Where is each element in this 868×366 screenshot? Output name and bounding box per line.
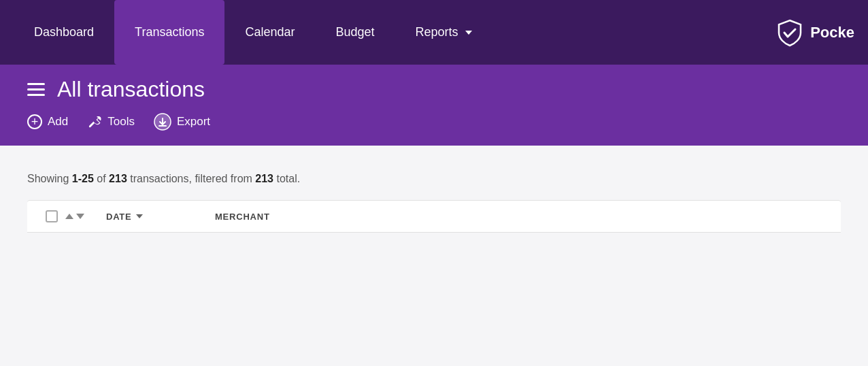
th-date[interactable]: DATE bbox=[106, 212, 215, 222]
date-sort-arrow bbox=[136, 214, 143, 218]
hamburger-line-2 bbox=[27, 88, 45, 90]
nav-items: Dashboard Transactions Calendar Budget R… bbox=[14, 0, 761, 65]
chevron-down-icon bbox=[465, 31, 472, 35]
app-logo: Pocke bbox=[775, 18, 854, 48]
nav-item-transactions[interactable]: Transactions bbox=[114, 0, 224, 65]
add-button[interactable]: + Add bbox=[27, 114, 68, 129]
showing-filtered: 213 bbox=[255, 173, 273, 184]
merchant-label: MERCHANT bbox=[215, 212, 270, 222]
hamburger-icon[interactable] bbox=[27, 83, 45, 96]
logo-area: Pocke bbox=[761, 0, 854, 65]
date-label: DATE bbox=[106, 212, 132, 222]
action-bar: + Add Tools Export bbox=[27, 113, 841, 131]
th-merchant[interactable]: MERCHANT bbox=[215, 212, 830, 222]
header-checkbox[interactable] bbox=[46, 210, 58, 222]
showing-suffix: transactions, filtered from bbox=[127, 173, 256, 184]
logo-svg bbox=[775, 18, 805, 48]
content-area: Showing 1-25 of 213 transactions, filter… bbox=[0, 146, 868, 233]
tools-button[interactable]: Tools bbox=[87, 114, 135, 129]
showing-total: 213 bbox=[109, 173, 127, 184]
logo-text: Pocke bbox=[810, 24, 854, 41]
nav-bar: Dashboard Transactions Calendar Budget R… bbox=[0, 0, 868, 65]
showing-range: 1-25 bbox=[72, 173, 94, 184]
nav-item-calendar[interactable]: Calendar bbox=[224, 0, 315, 65]
page-header: All transactions + Add Tools Export bbox=[0, 65, 868, 146]
table-header: DATE MERCHANT bbox=[27, 200, 841, 233]
showing-prefix: Showing bbox=[27, 173, 72, 184]
hamburger-line-3 bbox=[27, 94, 45, 96]
sort-up-icon bbox=[65, 214, 73, 219]
export-button[interactable]: Export bbox=[154, 113, 210, 131]
nav-item-dashboard[interactable]: Dashboard bbox=[14, 0, 114, 65]
hamburger-line-1 bbox=[27, 83, 45, 85]
showing-end: total. bbox=[273, 173, 300, 184]
showing-text: Showing 1-25 of 213 transactions, filter… bbox=[27, 173, 841, 185]
export-icon bbox=[154, 113, 171, 131]
tools-label: Tools bbox=[107, 115, 135, 129]
sort-down-icon bbox=[76, 214, 84, 219]
th-sort-icons bbox=[65, 214, 106, 219]
export-label: Export bbox=[177, 115, 210, 129]
tools-icon bbox=[87, 114, 102, 129]
reports-label: Reports bbox=[416, 25, 458, 39]
page-title-row: All transactions bbox=[27, 77, 841, 102]
page-title: All transactions bbox=[57, 77, 205, 102]
showing-of: of bbox=[94, 173, 109, 184]
th-checkbox[interactable] bbox=[38, 210, 65, 222]
nav-item-budget[interactable]: Budget bbox=[315, 0, 395, 65]
nav-item-reports[interactable]: Reports bbox=[395, 0, 493, 65]
add-label: Add bbox=[48, 115, 68, 129]
add-icon: + bbox=[27, 114, 42, 129]
